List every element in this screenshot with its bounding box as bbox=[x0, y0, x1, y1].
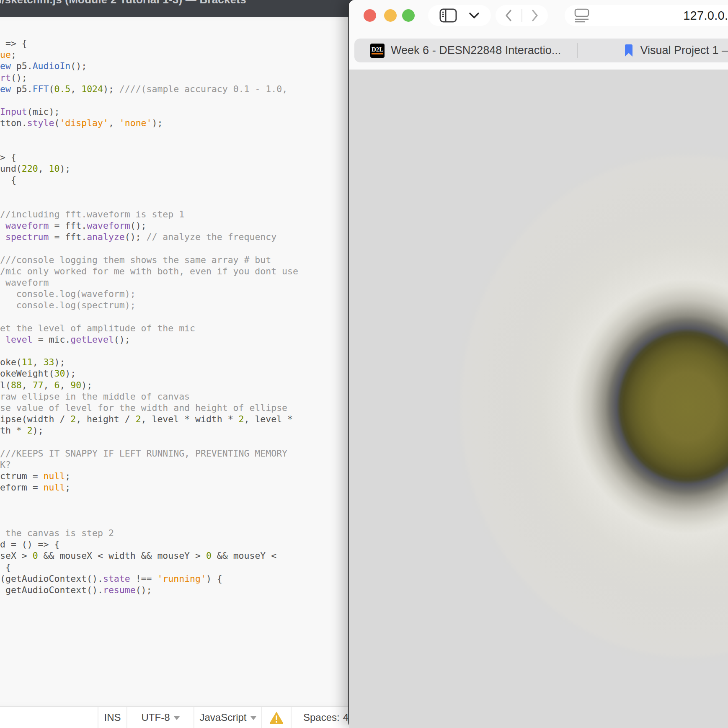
code-line: oke(11, 33); bbox=[0, 356, 360, 368]
lint-warning-button[interactable] bbox=[261, 707, 291, 728]
code-line: ctrum = null; bbox=[0, 470, 360, 482]
code-line bbox=[0, 516, 360, 527]
tab-group-menu-button[interactable] bbox=[469, 12, 480, 19]
forward-icon bbox=[531, 9, 539, 22]
warning-triangle-icon bbox=[269, 711, 284, 724]
code-line: { bbox=[0, 174, 360, 186]
back-button[interactable] bbox=[505, 9, 512, 22]
code-line bbox=[0, 243, 360, 254]
chevron-down-icon bbox=[174, 716, 180, 720]
safari-toolbar: 127.0.0.1 D2L Week 6 - DESN22848 Interac… bbox=[349, 0, 728, 70]
chevron-down-icon bbox=[469, 12, 480, 19]
code-line bbox=[0, 345, 360, 356]
code-line: ew p5.AudioIn(); bbox=[0, 60, 360, 72]
code-line: th * 2); bbox=[0, 425, 360, 436]
code-line: Input(mic); bbox=[0, 106, 360, 117]
code-line: d = () => { bbox=[0, 539, 360, 550]
code-editor[interactable]: => {ue;ew p5.AudioIn();rt();ew p5.FFT(0.… bbox=[0, 17, 360, 707]
chevron-down-icon bbox=[250, 716, 256, 720]
code-line: ew p5.FFT(0.5, 1024); ////(sample accura… bbox=[0, 83, 360, 95]
insert-mode-indicator[interactable]: INS bbox=[98, 707, 126, 728]
code-line: tton.style('display', 'none'); bbox=[0, 117, 360, 129]
code-line: (getAudioContext().state !== 'running') … bbox=[0, 573, 360, 584]
safari-window: 127.0.0.1 D2L Week 6 - DESN22848 Interac… bbox=[349, 0, 728, 728]
code-line: waveform bbox=[0, 277, 360, 288]
code-line: => { bbox=[0, 38, 360, 49]
zoom-button[interactable] bbox=[402, 9, 415, 22]
code-line: > { bbox=[0, 152, 360, 163]
code-line: spectrum = fft.analyze(); // analyze the… bbox=[0, 231, 360, 243]
address-bar[interactable]: 127.0.0.1 bbox=[565, 5, 728, 26]
language-selector[interactable]: JavaScript bbox=[194, 707, 261, 728]
encoding-label: UTF-8 bbox=[142, 712, 170, 723]
sidebar-icon bbox=[439, 8, 457, 23]
sidebar-toggle-button[interactable] bbox=[439, 8, 457, 23]
code-line: rt(); bbox=[0, 72, 360, 83]
language-label: JavaScript bbox=[199, 712, 246, 723]
p5js-canvas-artwork[interactable] bbox=[349, 70, 728, 728]
code-line bbox=[0, 129, 360, 140]
code-line: seX > 0 && mouseX < width && mouseY > 0 … bbox=[0, 550, 360, 561]
code-line: okeWeight(30); bbox=[0, 368, 360, 379]
encoding-selector[interactable]: UTF-8 bbox=[126, 707, 194, 728]
code-line: waveform = fft.waveform(); bbox=[0, 220, 360, 231]
code-line: ue; bbox=[0, 49, 360, 60]
bookmark-icon bbox=[624, 44, 634, 57]
code-line: ///KEEPS IT SNAPPY IF LEFT RUNNING, PREV… bbox=[0, 448, 360, 459]
code-line: console.log(waveform); bbox=[0, 288, 360, 299]
brackets-titlebar[interactable]: n/sketchm.js (Module 2 Tutorial 1-3) — B… bbox=[0, 0, 360, 17]
code-line: K? bbox=[0, 459, 360, 470]
close-button[interactable] bbox=[364, 9, 376, 22]
code-line bbox=[0, 197, 360, 209]
code-line: level = mic.getLevel(); bbox=[0, 334, 360, 345]
code-line: se value of level for the width and heig… bbox=[0, 402, 360, 413]
tab-week6-d2l[interactable]: D2L Week 6 - DESN22848 Interactio... bbox=[354, 39, 577, 62]
tab-label: Week 6 - DESN22848 Interactio... bbox=[391, 44, 561, 57]
navigation-pill bbox=[496, 5, 548, 26]
code-line: raw ellipse in the middle of canvas bbox=[0, 391, 360, 402]
tab-label: Visual Project 1 – bbox=[640, 44, 728, 57]
brackets-statusbar: INS UTF-8 JavaScript Spaces: 4 bbox=[0, 706, 360, 728]
code-line bbox=[0, 186, 360, 197]
insert-mode-label: INS bbox=[104, 712, 121, 723]
code-line: /mic only worked for me with both, even … bbox=[0, 266, 360, 277]
code-line bbox=[0, 140, 360, 152]
spaces-value: 4 bbox=[343, 712, 349, 723]
statusbar-spacer bbox=[0, 707, 98, 728]
code-line: console.log(spectrum); bbox=[0, 299, 360, 311]
code-line bbox=[0, 95, 360, 106]
code-line bbox=[0, 436, 360, 448]
d2l-favicon: D2L bbox=[370, 44, 385, 58]
brackets-window: n/sketchm.js (Module 2 Tutorial 1-3) — B… bbox=[0, 0, 360, 728]
code-line bbox=[0, 311, 360, 323]
code-line bbox=[0, 505, 360, 516]
window-title: n/sketchm.js (Module 2 Tutorial 1-3) — B… bbox=[0, 0, 246, 6]
forward-button[interactable] bbox=[531, 9, 539, 22]
nav-divider bbox=[521, 9, 522, 22]
code-line: the canvas is step 2 bbox=[0, 527, 360, 539]
minimize-button[interactable] bbox=[384, 9, 397, 22]
code-line: ipse(width / 2, height / 2, level * widt… bbox=[0, 413, 360, 425]
code-line: und(220, 10); bbox=[0, 163, 360, 174]
tab-strip: D2L Week 6 - DESN22848 Interactio... Vis… bbox=[354, 39, 728, 62]
back-icon bbox=[505, 9, 512, 22]
code-line: getAudioContext().resume(); bbox=[0, 584, 360, 596]
code-line: //including fft.waveform is step 1 bbox=[0, 209, 360, 220]
tab-visual-project[interactable]: Visual Project 1 – bbox=[578, 39, 728, 62]
code-line: eform = null; bbox=[0, 482, 360, 493]
code-line: { bbox=[0, 562, 360, 573]
sidebar-pill bbox=[428, 5, 491, 26]
spaces-label: Spaces: bbox=[303, 712, 340, 723]
code-line: l(88, 77, 6, 90); bbox=[0, 379, 360, 391]
code-line: ///console logging them shows the same a… bbox=[0, 254, 360, 266]
code-line bbox=[0, 493, 360, 505]
code-line: et the level of amplitude of the mic bbox=[0, 323, 360, 334]
url-text: 127.0.0.1 bbox=[565, 9, 728, 23]
